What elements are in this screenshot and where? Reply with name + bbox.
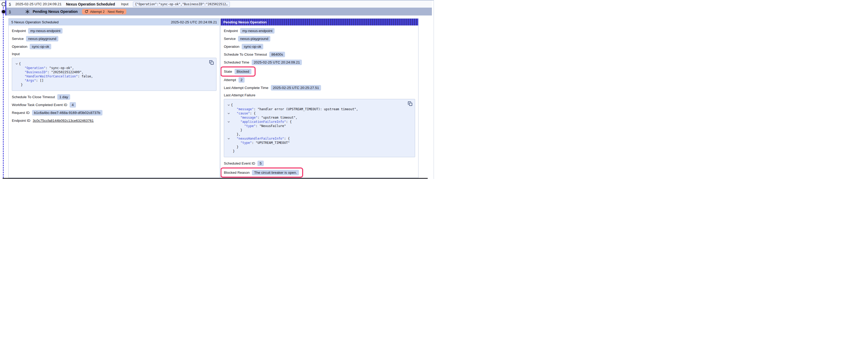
detail-row: Scheduled Event ID5 [224,160,415,166]
input-preview-chip[interactable]: {"Operation":"sync-op-ok","BusinessID":"… [133,2,230,7]
code-line: "cause": { [226,111,405,116]
detail-row: Workflow Task Completed Event ID4 [12,102,216,108]
event-id-link[interactable]: 5 [9,10,11,14]
code-line: "message": "upstream timeout", [226,116,405,120]
event-row-expanded[interactable]: 5 Pending Nexus Operation Attempt 2 · Ne… [6,8,432,15]
code-line: "applicationFailureInfo": { [226,120,405,124]
code-line: { [226,103,405,107]
panel-body: Endpointmy-nexus-endpointServicenexus-pl… [9,26,220,178]
code-text: "message": "handler error (UPSTREAM_TIME… [231,107,358,111]
row-value-chip: 5 [257,161,264,166]
event-history-page: 5 2025-02-25 UTC 20:24:09.21 Nexus Opera… [0,0,434,179]
event-id-link[interactable]: 5 [9,2,11,6]
code-line: "Args": [] [14,78,207,83]
code-gutter [14,70,19,74]
row-value-chip: The circuit breaker is open. [252,170,299,175]
code-text: { [19,62,21,66]
code-gutter [226,128,231,132]
code-gutter [14,74,19,78]
pending-nexus-operation-panel: Pending Nexus Operation Endpointmy-nexus… [220,19,418,178]
code-gutter [14,83,19,87]
chevron-down-icon[interactable] [226,111,231,116]
row-label: Attempt [224,78,236,82]
code-text: "message": "upstream timeout", [231,116,298,120]
code-text: "applicationFailureInfo": { [231,120,291,124]
chevron-down-icon[interactable] [226,120,231,124]
row-label: Endpoint ID [12,119,30,123]
panel-title: Pending Nexus Operation [223,20,267,24]
code-line: "type": "UPSTREAM_TIMEOUT" [226,141,405,145]
row-label: Operation [12,44,27,48]
code-text: "cause": { [231,111,256,116]
code-text: "Operation": "sync-op-ok", [19,66,74,70]
row-label: Service [12,37,24,41]
row-value-chip: Blocked [235,69,251,74]
chevron-down-icon[interactable] [226,103,231,107]
asterisk-icon [25,9,30,14]
input-json-block: { "Operation": "sync-op-ok", "BusinessID… [12,58,216,91]
code-gutter [226,149,231,153]
code-gutter [226,107,231,111]
code-line: "type": "NexusFailure" [226,124,405,128]
row-label: State [224,70,232,73]
code-line: } [226,128,405,132]
code-line: "BusinessID": "20250225122409", [14,70,207,74]
copy-icon[interactable] [408,101,412,106]
row-value-chip: nexus-playground [26,36,58,41]
row-value-chip: my-nexus-endpoint [28,28,63,34]
code-text: "BusinessID": "20250225122409", [19,70,84,74]
code-line: "HandlerWaitForCancellation": false, [14,74,207,78]
panel-timestamp: 2025-02-25 UTC 20:24:09.21 [171,20,217,24]
row-value-chip: my-nexus-endpoint [240,28,275,34]
event-row-collapsed[interactable]: 5 2025-02-25 UTC 20:24:09.21 Nexus Opera… [6,1,432,8]
code-line: } [226,149,405,153]
detail-row: Attempt2 [224,77,415,83]
row-value-link[interactable]: 3c0c75ccfa8144b092c13ce632463761 [33,119,94,123]
code-gutter [226,145,231,149]
detail-row: Endpoint ID3c0c75ccfa8144b092c13ce632463… [12,118,216,123]
code-text: "nexusHandlerFailureInfo": { [231,136,290,141]
detail-row-highlighted: Blocked ReasonThe circuit breaker is ope… [221,167,303,178]
row-label: Endpoint [224,29,238,33]
chevron-down-icon[interactable] [14,62,19,66]
panel-header: 5 Nexus Operation Scheduled 2025-02-25 U… [9,19,220,26]
code-gutter [14,78,19,83]
pending-operation-title: Pending Nexus Operation [33,9,78,14]
detail-row: Operationsync-op-ok [12,43,216,50]
chevron-down-icon[interactable] [226,136,231,141]
row-label: Operation [224,44,239,48]
row-value-chip: 86400s [269,52,285,57]
row-value-chip: 2 [239,77,245,83]
row-label: Scheduled Time [224,60,249,64]
row-label: Blocked Reason [224,171,250,174]
code-line: { [14,62,207,66]
event-detail-panel-scheduled: 5 Nexus Operation Scheduled 2025-02-25 U… [8,19,220,178]
event-detail-panels: 5 Nexus Operation Scheduled 2025-02-25 U… [8,19,418,178]
row-label: Request ID [12,111,30,115]
attempt-retry-badge: Attempt 2 · Next Retry [82,9,127,14]
code-gutter [226,132,231,136]
detail-row: Operationsync-op-ok [224,43,415,50]
code-line: }, [226,132,405,136]
row-value-chip: nexus-playground [238,36,270,41]
code-line: "Operation": "sync-op-ok", [14,66,207,70]
detail-row: Schedule To Close Timeout1 day [12,94,216,100]
row-value-chip: 2025-02-25 UTC 20:24:09.21 [252,60,302,65]
detail-row: Scheduled Time2025-02-25 UTC 20:24:09.21 [224,59,415,65]
row-label: Schedule To Close Timeout [224,53,267,57]
code-gutter [14,66,19,70]
detail-row: Schedule To Close Timeout86400s [224,52,415,57]
input-label: Input [121,2,128,6]
code-line: } [14,83,207,87]
detail-row: Endpointmy-nexus-endpoint [12,28,216,34]
code-text: } [19,83,23,87]
attempt-badge-text: Attempt 2 · Next Retry [90,10,124,14]
row-value-chip: b1c6a4bc-8ee7-468a-9169-df3b02c8737b [32,110,102,116]
row-label: Workflow Task Completed Event ID [12,103,67,107]
panel-body: Endpointmy-nexus-endpointServicenexus-pl… [221,26,418,178]
code-text: "Args": [] [19,78,43,83]
copy-icon[interactable] [209,60,214,65]
timeline-dashed-line [3,5,4,178]
code-text: } [231,145,239,149]
selected-event-accent-bar [5,1,6,15]
